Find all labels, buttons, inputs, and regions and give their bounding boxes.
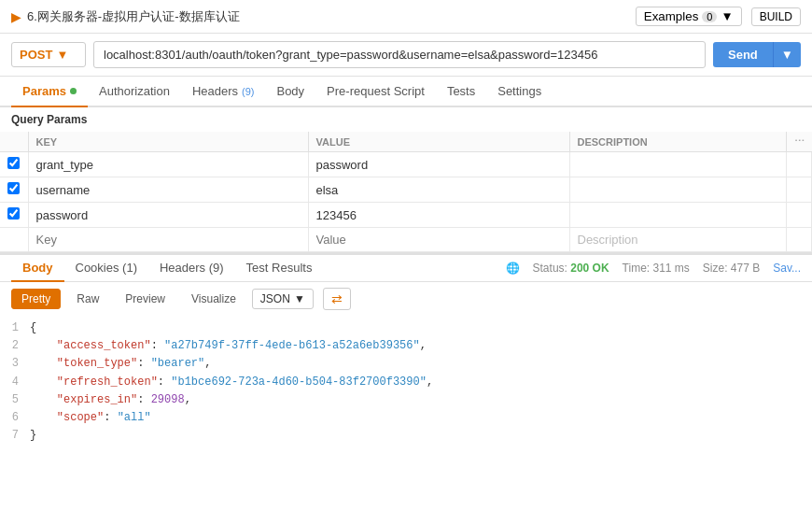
send-dropdown-button[interactable]: ▼ xyxy=(773,42,801,67)
empty-key-input[interactable] xyxy=(36,233,301,247)
tab-body[interactable]: Body xyxy=(265,77,315,107)
request-icon: ▶ xyxy=(11,9,21,24)
title-bar: ▶ 6.网关服务器-虚拟用户认证-数据库认证 Examples 0 ▼ BUIL… xyxy=(0,0,812,34)
format-type-select[interactable]: JSON ▼ xyxy=(252,289,314,309)
tab-body-label: Body xyxy=(276,84,304,98)
method-chevron-icon: ▼ xyxy=(56,48,68,62)
tab-params-label: Params xyxy=(22,84,66,98)
wrap-button[interactable]: ⇄ xyxy=(323,288,351,310)
tab-authorization-label: Authorization xyxy=(99,84,170,98)
row2-key-input[interactable] xyxy=(36,183,301,197)
tab-settings-label: Settings xyxy=(497,84,541,98)
col-checkbox xyxy=(0,132,28,152)
response-tab-testresults-label: Test Results xyxy=(246,261,313,275)
tab-headers-label: Headers xyxy=(192,84,238,98)
globe-icon: 🌐 xyxy=(506,262,520,275)
tab-headers[interactable]: Headers (9) xyxy=(181,77,266,107)
row1-value-input[interactable] xyxy=(316,158,562,172)
response-tab-body[interactable]: Body xyxy=(11,255,64,282)
row2-checkbox[interactable] xyxy=(7,182,20,194)
table-row: ≡ xyxy=(0,177,812,203)
col-description: DESCRIPTION xyxy=(569,132,786,152)
row3-key-input[interactable] xyxy=(36,208,301,222)
examples-badge: 0 xyxy=(702,11,717,22)
headers-badge: (9) xyxy=(242,86,254,97)
tab-tests[interactable]: Tests xyxy=(436,77,486,107)
row3-checkbox[interactable] xyxy=(7,207,20,220)
query-params-label: Query Params xyxy=(11,113,87,126)
tab-settings[interactable]: Settings xyxy=(486,77,553,107)
tab-prerequest-label: Pre-request Script xyxy=(327,84,425,98)
time-value: 311 ms xyxy=(652,262,689,275)
json-line-3: 3 "token_type": "bearer", xyxy=(0,355,801,373)
empty-overflow-cell xyxy=(786,228,812,252)
col-value: VALUE xyxy=(308,132,569,152)
tab-authorization[interactable]: Authorization xyxy=(88,77,181,107)
json-response-body: 1 { 2 "access_token": "a27b749f-37ff-4ed… xyxy=(0,316,812,448)
response-tabs-bar: Body Cookies (1) Headers (9) Test Result… xyxy=(0,255,812,282)
table-header-row: KEY VALUE DESCRIPTION ⋯ xyxy=(0,132,812,152)
row2-key-cell xyxy=(28,177,308,203)
empty-table-row: Description xyxy=(0,228,812,252)
url-bar: POST ▼ Send ▼ xyxy=(0,34,812,77)
empty-desc-cell: Description xyxy=(569,228,786,252)
col-overflow: ⋯ xyxy=(786,132,812,152)
save-link[interactable]: Sav... xyxy=(773,262,801,275)
send-button[interactable]: Send xyxy=(713,42,773,67)
row1-key-cell xyxy=(28,152,308,177)
row1-desc-cell xyxy=(569,152,786,177)
empty-value-input[interactable] xyxy=(316,233,562,247)
table-row xyxy=(0,152,812,177)
json-line-5: 5 "expires_in": 29098, xyxy=(0,391,801,409)
row1-key-input[interactable] xyxy=(36,158,301,172)
params-table: KEY VALUE DESCRIPTION ⋯ ≡ xyxy=(0,132,812,252)
col-key: KEY xyxy=(28,132,308,152)
json-label: JSON xyxy=(260,292,290,305)
response-tab-headers[interactable]: Headers (9) xyxy=(148,255,235,282)
table-row xyxy=(0,203,812,228)
empty-key-cell xyxy=(28,228,308,252)
chevron-down-icon: ▼ xyxy=(721,9,733,23)
status-value: 200 OK xyxy=(570,262,609,275)
title-bar-right: Examples 0 ▼ BUILD xyxy=(636,7,801,26)
row3-checkbox-cell xyxy=(0,203,28,228)
method-label: POST xyxy=(20,48,52,62)
format-pretty-button[interactable]: Pretty xyxy=(11,289,61,309)
json-line-6: 6 "scope": "all" xyxy=(0,409,801,427)
tab-params[interactable]: Params xyxy=(11,77,88,107)
examples-label: Examples xyxy=(644,9,699,23)
response-tab-body-label: Body xyxy=(22,261,53,275)
row1-value-cell xyxy=(308,152,569,177)
row1-checkbox-cell xyxy=(0,152,28,177)
row3-value-cell xyxy=(308,203,569,228)
tab-tests-label: Tests xyxy=(447,84,475,98)
format-preview-button[interactable]: Preview xyxy=(115,289,175,309)
url-input[interactable] xyxy=(93,41,706,68)
format-raw-button[interactable]: Raw xyxy=(66,289,109,309)
send-button-group: Send ▼ xyxy=(713,42,801,67)
json-line-1: 1 { xyxy=(0,319,801,337)
json-line-2: 2 "access_token": "a27b749f-37ff-4ede-b6… xyxy=(0,337,801,355)
examples-button[interactable]: Examples 0 ▼ xyxy=(636,7,742,26)
row3-key-cell xyxy=(28,203,308,228)
row2-value-input[interactable] xyxy=(316,183,562,197)
row2-checkbox-cell: ≡ xyxy=(0,177,28,203)
method-select[interactable]: POST ▼ xyxy=(11,42,86,67)
format-visualize-button[interactable]: Visualize xyxy=(181,289,246,309)
row2-value-cell xyxy=(308,177,569,203)
row2-overflow-cell xyxy=(786,177,812,203)
row3-value-input[interactable] xyxy=(316,208,562,222)
response-tab-testresults[interactable]: Test Results xyxy=(235,255,324,282)
params-dot-icon xyxy=(70,88,77,94)
tab-prerequest[interactable]: Pre-request Script xyxy=(315,77,436,107)
row2-desc-cell xyxy=(569,177,786,203)
build-button[interactable]: BUILD xyxy=(751,7,801,26)
status-label: Status: 200 OK xyxy=(533,262,609,275)
row1-checkbox[interactable] xyxy=(7,157,20,169)
page-title: 6.网关服务器-虚拟用户认证-数据库认证 xyxy=(27,8,240,25)
response-tab-cookies-label: Cookies (1) xyxy=(76,261,137,275)
time-label: Time: 311 ms xyxy=(623,262,690,275)
empty-checkbox-cell xyxy=(0,228,28,252)
response-tab-headers-label: Headers (9) xyxy=(160,261,224,275)
response-tab-cookies[interactable]: Cookies (1) xyxy=(64,255,148,282)
